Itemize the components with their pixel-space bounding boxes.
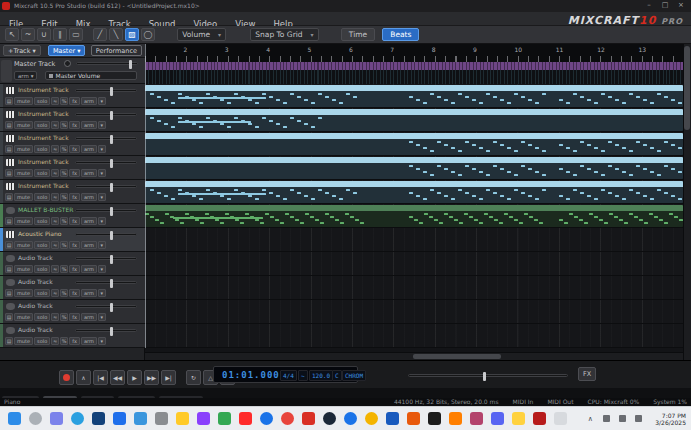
track-volume-slider[interactable]	[75, 209, 137, 212]
clip-header[interactable]	[145, 205, 683, 211]
solo-button[interactable]: solo	[34, 265, 50, 273]
fast-forward-button[interactable]: ▶▶	[144, 370, 159, 385]
minimize-button[interactable]: –	[641, 0, 657, 12]
slider-handle[interactable]	[110, 207, 113, 216]
chevron-down-icon[interactable]: ▾	[98, 97, 106, 105]
solo-button[interactable]: solo	[34, 337, 50, 345]
chevron-down-icon[interactable]: ▾	[98, 121, 106, 129]
taskbar-app-photos-icon[interactable]	[92, 412, 105, 425]
track-volume-slider[interactable]	[75, 329, 137, 332]
automation-curve-icon[interactable]: ≈	[51, 97, 59, 105]
mute-button[interactable]: mute	[14, 217, 33, 225]
close-button[interactable]: ×	[673, 0, 689, 12]
taskbar-app-krita-icon[interactable]	[470, 412, 483, 425]
taskbar-clock[interactable]: 7:07 PM 3/26/2025	[655, 412, 686, 426]
taskbar-app-edge-icon[interactable]	[71, 412, 84, 425]
volume-icon[interactable]	[619, 415, 626, 422]
go-to-start-button[interactable]: |◀	[93, 370, 108, 385]
slider-handle[interactable]	[483, 372, 486, 381]
taskbar-app-start-icon[interactable]	[8, 412, 21, 425]
track-volume-slider[interactable]	[75, 161, 137, 164]
fx-button[interactable]: fx	[69, 121, 80, 129]
slider-handle[interactable]	[110, 111, 113, 120]
automation-curve-icon[interactable]: ≈	[51, 193, 59, 201]
percent-icon[interactable]: %	[60, 337, 68, 345]
arm-button[interactable]: arm	[81, 193, 97, 201]
tempo-display[interactable]: 120.0	[309, 370, 333, 381]
rewind-button[interactable]: ◀◀	[110, 370, 125, 385]
arm-button[interactable]: arm	[81, 145, 97, 153]
performance-button[interactable]: Performance	[91, 45, 142, 56]
chevron-down-icon[interactable]: ▾	[98, 241, 106, 249]
waveform-icon[interactable]: ▤	[5, 217, 13, 225]
track-lane-7[interactable]	[145, 228, 683, 252]
fx-button[interactable]: fx	[69, 217, 80, 225]
clip-header[interactable]	[145, 109, 683, 115]
fx-button[interactable]: fx	[69, 97, 80, 105]
percent-icon[interactable]: %	[60, 217, 68, 225]
magnet-tool-icon[interactable]: ∪	[37, 28, 51, 41]
midi-clip[interactable]	[145, 205, 683, 227]
instrument-icon[interactable]: ▤	[5, 121, 13, 129]
track-volume-slider[interactable]	[75, 137, 137, 140]
instrument-icon[interactable]: ▤	[5, 97, 13, 105]
solo-button[interactable]: solo	[34, 97, 50, 105]
fx-button[interactable]: fx	[69, 145, 80, 153]
network-icon[interactable]	[635, 415, 642, 422]
taskbar-app-steam-icon[interactable]	[323, 412, 336, 425]
mute-button[interactable]: mute	[14, 313, 33, 321]
paint-tool-icon[interactable]: ▨	[125, 28, 139, 41]
mute-button[interactable]: mute	[14, 121, 33, 129]
fx-button[interactable]: fx	[69, 337, 80, 345]
midi-merge-button[interactable]: ∧	[76, 370, 91, 385]
automation-curve-icon[interactable]: ≈	[51, 217, 59, 225]
taskbar-app-search-icon[interactable]	[29, 412, 42, 425]
time-button[interactable]: Time	[341, 28, 375, 41]
slider-handle[interactable]	[110, 303, 113, 312]
taskbar-app-winamp-icon[interactable]	[512, 412, 525, 425]
taskbar-app-sheets-icon[interactable]	[218, 412, 231, 425]
track-header-4[interactable]: Instrument Track▤mutesolo≈%fxarm▾	[0, 156, 145, 180]
slider-handle[interactable]	[129, 60, 132, 69]
snap-dropdown[interactable]: Snap To Grid▾	[250, 28, 318, 41]
waveform-icon[interactable]: ▤	[5, 313, 13, 321]
midi-clip[interactable]	[145, 85, 683, 107]
track-header-3[interactable]: Instrument Track▤mutesolo≈%fxarm▾	[0, 132, 145, 156]
beats-button[interactable]: Beats	[382, 28, 419, 41]
waveform-icon[interactable]: ▤	[5, 289, 13, 297]
arm-button[interactable]: arm	[81, 337, 97, 345]
automation-curve-icon[interactable]: ≈	[51, 265, 59, 273]
track-header-10[interactable]: Audio Track▤mutesolo≈%fxarm▾	[0, 300, 145, 324]
solo-button[interactable]: solo	[34, 145, 50, 153]
clip-lanes[interactable]	[145, 84, 683, 348]
arm-button[interactable]: arm	[81, 289, 97, 297]
track-volume-slider[interactable]	[75, 185, 137, 188]
slider-handle[interactable]	[110, 279, 113, 288]
instrument-icon[interactable]: ▤	[5, 145, 13, 153]
loop-button[interactable]: ↻	[186, 370, 201, 385]
split-tool-icon[interactable]: ∥	[53, 28, 67, 41]
add-track-button[interactable]: +Track ▾	[3, 45, 41, 56]
automation-curve-icon[interactable]: ≈	[51, 313, 59, 321]
taskbar-app-discord-icon[interactable]	[491, 412, 504, 425]
automation-curve-icon[interactable]: ≈	[51, 169, 59, 177]
solo-button[interactable]: solo	[34, 169, 50, 177]
track-volume-slider[interactable]	[75, 233, 137, 236]
chevron-down-icon[interactable]: ▾	[98, 265, 106, 273]
taskbar-app-adobe-icon[interactable]	[302, 412, 315, 425]
taskbar-app-search2-icon[interactable]	[365, 412, 378, 425]
slider-handle[interactable]	[110, 87, 113, 96]
brush-tool-icon[interactable]: ╲	[109, 28, 123, 41]
automation-curve-icon[interactable]: ≈	[51, 289, 59, 297]
arm-button[interactable]: arm	[81, 313, 97, 321]
track-header-8[interactable]: Audio Track▤mutesolo≈%fxarm▾	[0, 252, 145, 276]
timeline-ruler[interactable]: 2345678910111213	[145, 44, 683, 56]
slider-handle[interactable]	[110, 255, 113, 264]
track-volume-slider[interactable]	[75, 305, 137, 308]
arm-button[interactable]: arm	[81, 121, 97, 129]
track-header-7[interactable]: Acoustic Piano▤mutesolo≈%fxarm▾	[0, 228, 145, 252]
track-header-5[interactable]: Instrument Track▤mutesolo≈%fxarm▾	[0, 180, 145, 204]
track-header-2[interactable]: Instrument Track▤mutesolo≈%fxarm▾	[0, 108, 145, 132]
instrument-icon[interactable]: ▤	[5, 241, 13, 249]
master-output-slider[interactable]	[408, 374, 568, 377]
